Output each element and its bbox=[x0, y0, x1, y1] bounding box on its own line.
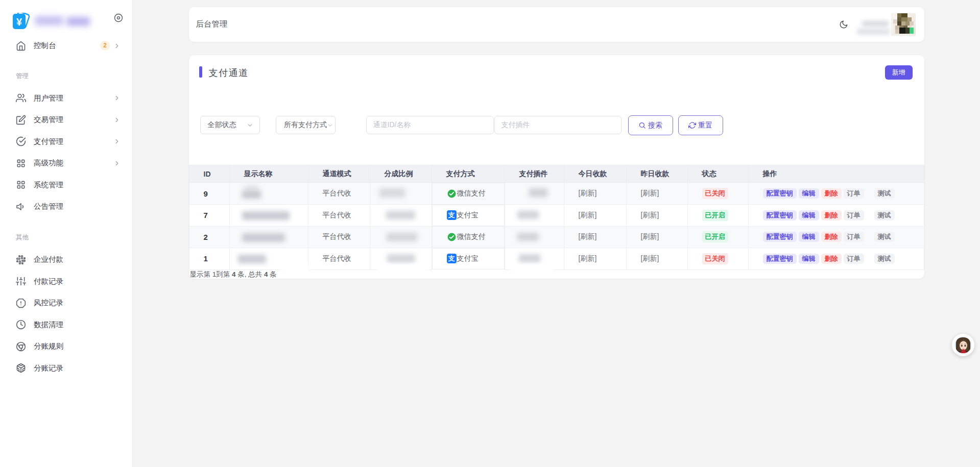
svg-text:¥: ¥ bbox=[16, 16, 22, 28]
